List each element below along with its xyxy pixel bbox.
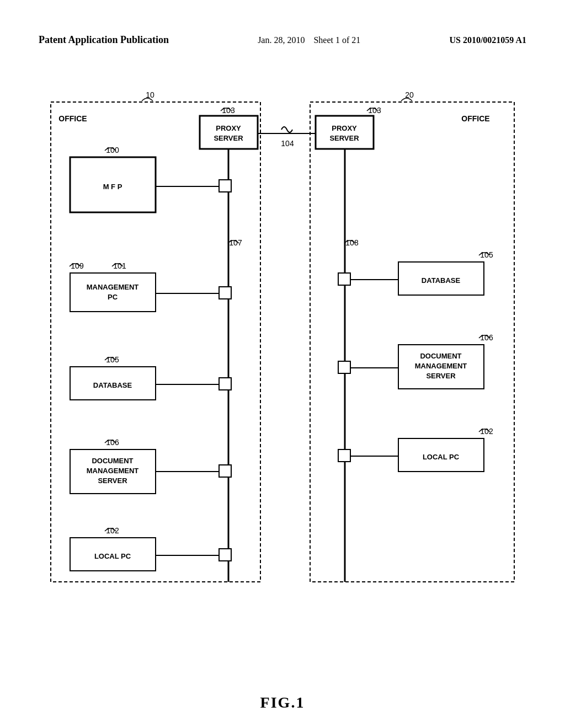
mfp-connector-box: [219, 180, 231, 192]
left-proxy-server-text-1: PROXY: [216, 124, 241, 132]
date-label: Jan. 28, 2010: [258, 35, 305, 45]
right-network-number: 108: [345, 238, 359, 247]
database-right-number: 105: [480, 250, 493, 259]
doc-mgmt-right-text-1: DOCUMENT: [420, 352, 461, 360]
patent-application-label: Patent Application Publication: [39, 33, 169, 47]
doc-mgmt-left-text-1: DOCUMENT: [92, 457, 133, 465]
database-left-text: DATABASE: [93, 381, 132, 389]
database-left-number: 105: [106, 355, 119, 364]
figure-caption: FIG.1: [260, 694, 305, 711]
right-proxy-server-text-1: PROXY: [332, 124, 357, 132]
right-proxy-number: 103: [368, 106, 381, 115]
right-proxy-server-text-2: SERVER: [329, 134, 359, 142]
local-pc-left-text: LOCAL PC: [94, 552, 131, 560]
db-right-connector-box: [338, 273, 350, 285]
doc-right-connector-box: [338, 361, 350, 373]
local-right-connector-box: [338, 449, 350, 462]
date-sheet-label: Jan. 28, 2010 Sheet 1 of 21: [258, 33, 360, 47]
mgmt-101-number: 101: [113, 261, 126, 270]
mgmt-connector-box: [219, 287, 231, 299]
local-pc-right-text: LOCAL PC: [423, 453, 460, 461]
connection-wave: [281, 127, 292, 132]
management-pc-text-2: PC: [108, 293, 118, 301]
local-pc-right-number: 102: [480, 427, 493, 436]
header: Patent Application Publication Jan. 28, …: [0, 33, 565, 47]
management-pc-text-1: MANAGEMENT: [87, 283, 139, 291]
local-pc-left-number: 102: [106, 526, 119, 535]
local-left-connector-box: [219, 549, 231, 561]
doc-mgmt-right-text-3: SERVER: [426, 372, 456, 380]
doc-left-connector-box: [219, 465, 231, 477]
left-network-number: 107: [229, 238, 242, 247]
doc-mgmt-right-number: 106: [480, 333, 493, 342]
sheet-label: Sheet 1 of 21: [313, 35, 360, 45]
mgmt-109-number: 109: [71, 261, 84, 270]
patent-number-label: US 2010/0021059 A1: [449, 33, 526, 47]
management-pc-box: [70, 273, 156, 312]
mfp-text: M F P: [103, 183, 122, 191]
right-office-border: [310, 102, 514, 582]
doc-mgmt-left-number: 106: [106, 438, 119, 447]
left-proxy-number: 103: [222, 106, 235, 115]
left-office-label: OFFICE: [58, 114, 87, 123]
db-left-connector-box: [219, 378, 231, 390]
connection-number: 104: [281, 139, 294, 148]
doc-mgmt-left-text-2: MANAGEMENT: [87, 467, 139, 475]
database-right-text: DATABASE: [422, 276, 461, 285]
mfp-number: 100: [106, 146, 119, 154]
left-proxy-server-text-2: SERVER: [214, 134, 243, 142]
page: Patent Application Publication Jan. 28, …: [0, 0, 565, 728]
doc-mgmt-right-text-2: MANAGEMENT: [415, 362, 467, 370]
doc-mgmt-left-text-3: SERVER: [98, 477, 127, 485]
diagram-svg: OFFICE 10 OFFICE 20 PROXY SERVER 103 PRO…: [33, 85, 532, 681]
right-office-label: OFFICE: [461, 114, 489, 123]
